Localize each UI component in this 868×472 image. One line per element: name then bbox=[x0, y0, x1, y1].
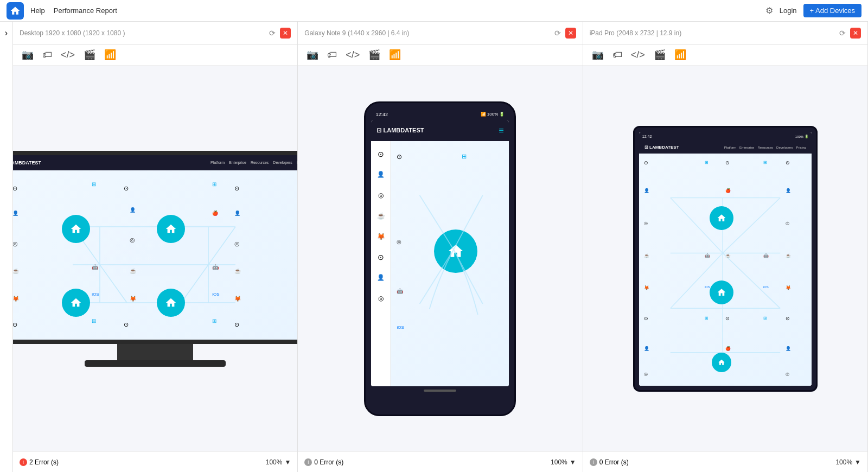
phone-sidebar-circle2: ◎ bbox=[373, 291, 388, 306]
tablet-screen: 12:42 100% 🔋 ⊡ LAMBDATEST Platform Enter… bbox=[639, 132, 812, 386]
ipad-wifi-icon[interactable]: 📶 bbox=[674, 49, 686, 61]
galaxy-screenshot-icon[interactable]: 📷 bbox=[307, 49, 318, 61]
ipad-panel-actions: ⟳ ✕ bbox=[839, 28, 861, 39]
nav-right: ⚙ Login + Add Devices bbox=[765, 4, 861, 17]
tablet-mockup: 12:42 100% 🔋 ⊡ LAMBDATEST Platform Enter… bbox=[633, 126, 818, 392]
hamburger-icon[interactable]: ≡ bbox=[499, 126, 503, 136]
ipad-error-badge: i 0 Error (s) bbox=[590, 458, 629, 466]
desktop-toolbar: 📷 🏷 </> 🎬 📶 bbox=[13, 44, 297, 66]
phone-home-bar bbox=[424, 390, 456, 392]
svg-line-14 bbox=[454, 195, 483, 250]
nav-resources: Resources bbox=[251, 161, 269, 164]
desktop-site-header: ⊡ LAMBDATEST Platform Enterprise Resourc… bbox=[13, 155, 297, 170]
desktop-refresh-icon[interactable]: ⟳ bbox=[269, 29, 276, 37]
desktop-error-dot: ! bbox=[20, 458, 27, 466]
ipad-panel-footer: i 0 Error (s) 100% ▼ bbox=[583, 451, 867, 472]
home-logo[interactable] bbox=[7, 2, 24, 20]
desktop-zoom-control[interactable]: 100% ▼ bbox=[266, 458, 291, 466]
report-link[interactable]: Performance Report bbox=[54, 7, 117, 15]
mindmap-node-4 bbox=[157, 289, 185, 317]
settings-icon[interactable]: ⚙ bbox=[765, 5, 773, 16]
galaxy-zoom-control[interactable]: 100% ▼ bbox=[551, 458, 576, 466]
ipad-zoom-chevron: ▼ bbox=[854, 458, 861, 466]
phone-sidebar-github2: ⊙ bbox=[373, 250, 388, 265]
tablet-site-header: ⊡ LAMBDATEST Platform Enterprise Resourc… bbox=[639, 142, 812, 154]
galaxy-tag-icon[interactable]: 🏷 bbox=[327, 49, 337, 61]
galaxy-panel-content: 12:42 📶 100% 🔋 ⊡ LAMBDATEST ≡ ⊙ 👤 bbox=[298, 66, 582, 451]
desktop-video-icon[interactable]: 🎬 bbox=[84, 49, 95, 61]
monitor-frame: ⊡ LAMBDATEST Platform Enterprise Resourc… bbox=[13, 151, 297, 344]
ipad-zoom-control[interactable]: 100% ▼ bbox=[835, 458, 861, 466]
galaxy-panel-title: Galaxy Note 9 (1440 x 2960 | 6.4 in) bbox=[304, 29, 409, 37]
ipad-panel-content: 12:42 100% 🔋 ⊡ LAMBDATEST Platform Enter… bbox=[583, 66, 867, 451]
main-area: › Desktop 1920 x 1080 (1920 x 1080 ) ⟳ ✕… bbox=[0, 22, 868, 472]
phone-sidebar-github: ⊙ bbox=[373, 146, 388, 162]
ipad-code-icon[interactable]: </> bbox=[631, 49, 645, 61]
tablet-status-bar: 12:42 100% 🔋 bbox=[639, 132, 812, 142]
desktop-panel: Desktop 1920 x 1080 (1920 x 1080 ) ⟳ ✕ 📷… bbox=[13, 22, 298, 472]
nav-pricing: Pricing bbox=[297, 161, 298, 164]
tablet-site-logo: ⊡ LAMBDATEST bbox=[644, 145, 679, 150]
ipad-screenshot-icon[interactable]: 📷 bbox=[592, 49, 604, 61]
collapse-icon: › bbox=[5, 28, 8, 38]
phone-mindmap: ⊙ ⊞ ◎ 🤖 iOS bbox=[391, 141, 509, 386]
add-devices-button[interactable]: + Add Devices bbox=[803, 4, 861, 17]
nav-links: Help Performance Report bbox=[30, 7, 759, 15]
ipad-toolbar: 📷 🏷 </> 🎬 📶 bbox=[583, 44, 867, 66]
desktop-panel-footer: ! 2 Error (s) 100% ▼ bbox=[13, 451, 297, 472]
monitor-screen: ⊡ LAMBDATEST Platform Enterprise Resourc… bbox=[13, 155, 297, 340]
tablet-node-2 bbox=[710, 280, 733, 304]
desktop-tag-icon[interactable]: 🏷 bbox=[42, 49, 52, 61]
galaxy-toolbar: 📷 🏷 </> 🎬 📶 bbox=[298, 44, 582, 66]
tablet-nav-resources: Resources bbox=[757, 146, 773, 149]
phone-sidebar-java: ☕ bbox=[373, 208, 388, 224]
ipad-tag-icon[interactable]: 🏷 bbox=[612, 49, 622, 61]
sidebar-toggle[interactable]: › bbox=[0, 22, 13, 472]
galaxy-panel: Galaxy Note 9 (1440 x 2960 | 6.4 in) ⟳ ✕… bbox=[298, 22, 583, 472]
monitor-base bbox=[85, 360, 226, 367]
galaxy-wifi-icon[interactable]: 📶 bbox=[389, 49, 401, 61]
ipad-video-icon[interactable]: 🎬 bbox=[654, 49, 666, 61]
desktop-website-preview: ⊡ LAMBDATEST Platform Enterprise Resourc… bbox=[13, 155, 297, 340]
desktop-wifi-icon[interactable]: 📶 bbox=[104, 49, 116, 61]
phone-sidebar-fox: 🦊 bbox=[373, 229, 388, 244]
mindmap-node-1 bbox=[62, 215, 90, 243]
galaxy-error-badge: i 0 Error (s) bbox=[304, 458, 343, 466]
tablet-mindmap: ⊙ ⊞ ⊙ ⊞ ⊙ 👤 🍎 👤 ◎ ◎ ◎ bbox=[639, 154, 812, 386]
desktop-close-button[interactable]: ✕ bbox=[280, 28, 291, 39]
tablet-site-nav: Platform Enterprise Resources Developers… bbox=[724, 146, 806, 149]
phone-sidebar-user2: 👤 bbox=[373, 270, 388, 285]
galaxy-code-icon[interactable]: </> bbox=[346, 49, 360, 61]
ipad-error-text: 0 Error (s) bbox=[599, 458, 629, 466]
desktop-screenshot-icon[interactable]: 📷 bbox=[22, 49, 34, 61]
svg-line-13 bbox=[420, 195, 454, 250]
help-link[interactable]: Help bbox=[30, 7, 45, 15]
tablet-node-3 bbox=[712, 353, 731, 372]
monitor-stand bbox=[117, 344, 193, 360]
nav-enterprise: Enterprise bbox=[229, 161, 246, 164]
tablet-nav-enterprise: Enterprise bbox=[739, 146, 754, 149]
galaxy-refresh-icon[interactable]: ⟳ bbox=[554, 29, 561, 37]
galaxy-zoom-value: 100% bbox=[551, 458, 567, 466]
desktop-panel-actions: ⟳ ✕ bbox=[269, 28, 291, 39]
desktop-code-icon[interactable]: </> bbox=[61, 49, 75, 61]
phone-site-logo: ⊡ LAMBDATEST bbox=[376, 127, 424, 134]
galaxy-video-icon[interactable]: 🎬 bbox=[368, 49, 380, 61]
ipad-close-button[interactable]: ✕ bbox=[850, 28, 861, 39]
galaxy-panel-footer: i 0 Error (s) 100% ▼ bbox=[298, 451, 582, 472]
galaxy-error-dot: i bbox=[304, 458, 312, 466]
galaxy-panel-actions: ⟳ ✕ bbox=[554, 28, 576, 39]
tablet-node-1 bbox=[710, 206, 733, 230]
desktop-error-text: 2 Error (s) bbox=[29, 458, 59, 466]
galaxy-error-text: 0 Error (s) bbox=[314, 458, 343, 466]
desktop-mindmap: ⊙ ⊞ ⊙ ⊞ ⊙ 👤 👤 🍎 👤 bbox=[13, 170, 297, 340]
phone-sidebar-icons: ⊙ 👤 ◎ ☕ 🦊 ⊙ 👤 ◎ bbox=[371, 141, 391, 386]
login-button[interactable]: Login bbox=[780, 7, 797, 15]
galaxy-close-button[interactable]: ✕ bbox=[565, 28, 576, 39]
tablet-nav-platform: Platform bbox=[724, 146, 736, 149]
desktop-panel-content: ⊡ LAMBDATEST Platform Enterprise Resourc… bbox=[13, 66, 297, 451]
tablet-nav-developers: Developers bbox=[776, 146, 793, 149]
phone-sidebar-circle: ◎ bbox=[373, 188, 388, 203]
phone-status-icons: 📶 100% 🔋 bbox=[481, 112, 505, 117]
ipad-refresh-icon[interactable]: ⟳ bbox=[839, 29, 846, 37]
